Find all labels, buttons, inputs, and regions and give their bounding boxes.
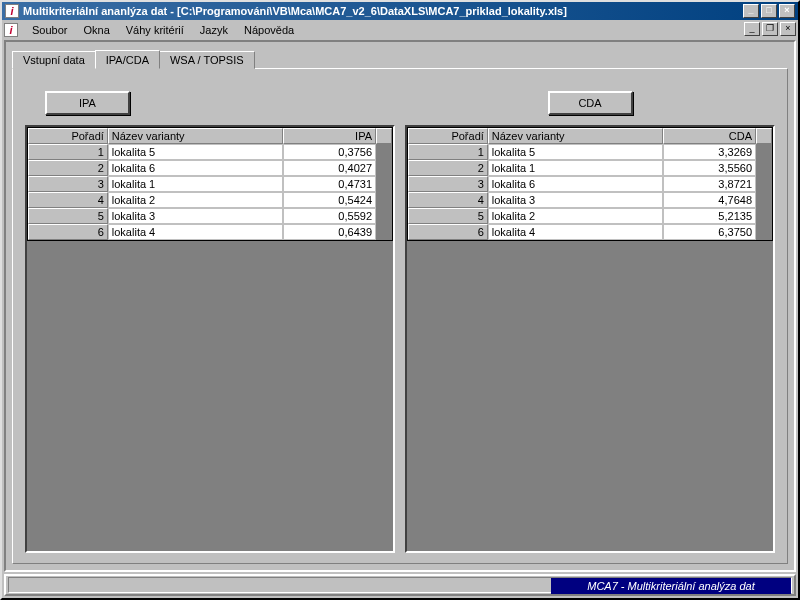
- cda-button[interactable]: CDA: [548, 91, 633, 115]
- table-row[interactable]: 2lokalita 60,4027: [28, 160, 392, 176]
- table-row[interactable]: 4lokalita 34,7648: [408, 192, 772, 208]
- ipa-button[interactable]: IPA: [45, 91, 130, 115]
- left-pane: PořadíNázev variantyIPA1lokalita 50,3756…: [25, 125, 395, 553]
- table-row[interactable]: 6lokalita 46,3750: [408, 224, 772, 240]
- variant-name-cell[interactable]: lokalita 6: [108, 160, 284, 176]
- table-row[interactable]: 4lokalita 20,5424: [28, 192, 392, 208]
- row-number[interactable]: 1: [28, 144, 108, 160]
- value-cell[interactable]: 3,3269: [663, 144, 756, 160]
- table-row[interactable]: 1lokalita 50,3756: [28, 144, 392, 160]
- statusbar: MCA7 - Multikriteriální analýza dat: [4, 574, 796, 596]
- mdi-restore-button[interactable]: ❐: [762, 22, 778, 36]
- value-cell[interactable]: 0,4731: [283, 176, 376, 192]
- row-number[interactable]: 5: [28, 208, 108, 224]
- variant-name-cell[interactable]: lokalita 4: [108, 224, 284, 240]
- maximize-button[interactable]: □: [761, 4, 777, 18]
- variant-name-cell[interactable]: lokalita 6: [488, 176, 664, 192]
- grid-header[interactable]: IPA: [283, 128, 376, 144]
- row-filler: [376, 224, 392, 240]
- ipa-grid[interactable]: PořadíNázev variantyIPA1lokalita 50,3756…: [27, 127, 393, 241]
- menubar: i Soubor Okna Váhy kritérií Jazyk Nápově…: [2, 20, 798, 40]
- variant-name-cell[interactable]: lokalita 4: [488, 224, 664, 240]
- tab-panel: IPA PořadíNázev variantyIPA1lokalita 50,…: [12, 68, 788, 564]
- variant-name-cell[interactable]: lokalita 3: [488, 192, 664, 208]
- row-filler: [756, 192, 772, 208]
- window-title: Multikriteriální ananlýza dat - [C:\Prog…: [23, 5, 741, 17]
- close-button[interactable]: ×: [779, 4, 795, 18]
- table-row[interactable]: 5lokalita 25,2135: [408, 208, 772, 224]
- menu-okna[interactable]: Okna: [75, 22, 117, 38]
- tab-wsa-topsis[interactable]: WSA / TOPSIS: [159, 51, 255, 69]
- status-inset: MCA7 - Multikriteriální analýza dat: [8, 577, 792, 593]
- cda-grid[interactable]: PořadíNázev variantyCDA1lokalita 53,3269…: [407, 127, 773, 241]
- titlebar: i Multikriteriální ananlýza dat - [C:\Pr…: [2, 2, 798, 20]
- tab-ipa-cda[interactable]: IPA/CDA: [95, 50, 160, 69]
- variant-name-cell[interactable]: lokalita 2: [488, 208, 664, 224]
- menu-vahy[interactable]: Váhy kritérií: [118, 22, 192, 38]
- mdi-close-button[interactable]: ×: [780, 22, 796, 36]
- table-row[interactable]: 3lokalita 63,8721: [408, 176, 772, 192]
- table-row[interactable]: 3lokalita 10,4731: [28, 176, 392, 192]
- row-number[interactable]: 1: [408, 144, 488, 160]
- row-number[interactable]: 3: [408, 176, 488, 192]
- table-row[interactable]: 6lokalita 40,6439: [28, 224, 392, 240]
- row-filler: [376, 176, 392, 192]
- row-number[interactable]: 2: [28, 160, 108, 176]
- value-cell[interactable]: 4,7648: [663, 192, 756, 208]
- status-banner: MCA7 - Multikriteriální analýza dat: [551, 578, 791, 594]
- value-cell[interactable]: 0,5592: [283, 208, 376, 224]
- row-number[interactable]: 6: [28, 224, 108, 240]
- variant-name-cell[interactable]: lokalita 5: [108, 144, 284, 160]
- grid-header-filler: [756, 128, 772, 144]
- menu-napoveda[interactable]: Nápověda: [236, 22, 302, 38]
- grid-header[interactable]: Pořadí: [28, 128, 108, 144]
- mdi-minimize-button[interactable]: _: [744, 22, 760, 36]
- value-cell[interactable]: 6,3750: [663, 224, 756, 240]
- row-filler: [756, 176, 772, 192]
- row-number[interactable]: 4: [28, 192, 108, 208]
- row-filler: [756, 160, 772, 176]
- menu-jazyk[interactable]: Jazyk: [192, 22, 236, 38]
- left-half: IPA PořadíNázev variantyIPA1lokalita 50,…: [25, 87, 395, 553]
- variant-name-cell[interactable]: lokalita 3: [108, 208, 284, 224]
- row-filler: [756, 224, 772, 240]
- mdi-icon: i: [4, 23, 18, 37]
- variant-name-cell[interactable]: lokalita 1: [488, 160, 664, 176]
- table-row[interactable]: 2lokalita 13,5560: [408, 160, 772, 176]
- table-row[interactable]: 1lokalita 53,3269: [408, 144, 772, 160]
- main-window: i Multikriteriální ananlýza dat - [C:\Pr…: [0, 0, 800, 600]
- table-row[interactable]: 5lokalita 30,5592: [28, 208, 392, 224]
- tab-vstupni-data[interactable]: Vstupní data: [12, 51, 96, 69]
- row-filler: [376, 208, 392, 224]
- row-number[interactable]: 4: [408, 192, 488, 208]
- grid-header-filler: [376, 128, 392, 144]
- variant-name-cell[interactable]: lokalita 2: [108, 192, 284, 208]
- row-filler: [376, 144, 392, 160]
- value-cell[interactable]: 0,3756: [283, 144, 376, 160]
- row-filler: [756, 144, 772, 160]
- row-number[interactable]: 5: [408, 208, 488, 224]
- value-cell[interactable]: 3,5560: [663, 160, 756, 176]
- value-cell[interactable]: 0,5424: [283, 192, 376, 208]
- value-cell[interactable]: 3,8721: [663, 176, 756, 192]
- grid-header[interactable]: Název varianty: [108, 128, 284, 144]
- variant-name-cell[interactable]: lokalita 1: [108, 176, 284, 192]
- value-cell[interactable]: 0,6439: [283, 224, 376, 240]
- value-cell[interactable]: 0,4027: [283, 160, 376, 176]
- row-number[interactable]: 6: [408, 224, 488, 240]
- app-icon: i: [5, 4, 19, 18]
- menu-soubor[interactable]: Soubor: [24, 22, 75, 38]
- row-number[interactable]: 2: [408, 160, 488, 176]
- minimize-button[interactable]: _: [743, 4, 759, 18]
- grid-header[interactable]: Pořadí: [408, 128, 488, 144]
- row-number[interactable]: 3: [28, 176, 108, 192]
- row-filler: [376, 160, 392, 176]
- right-half: CDA PořadíNázev variantyCDA1lokalita 53,…: [405, 87, 775, 553]
- value-cell[interactable]: 5,2135: [663, 208, 756, 224]
- client-area: Vstupní data IPA/CDA WSA / TOPSIS IPA Po…: [4, 40, 796, 572]
- right-pane: PořadíNázev variantyCDA1lokalita 53,3269…: [405, 125, 775, 553]
- variant-name-cell[interactable]: lokalita 5: [488, 144, 664, 160]
- grid-header[interactable]: CDA: [663, 128, 756, 144]
- grid-header[interactable]: Název varianty: [488, 128, 664, 144]
- row-filler: [376, 192, 392, 208]
